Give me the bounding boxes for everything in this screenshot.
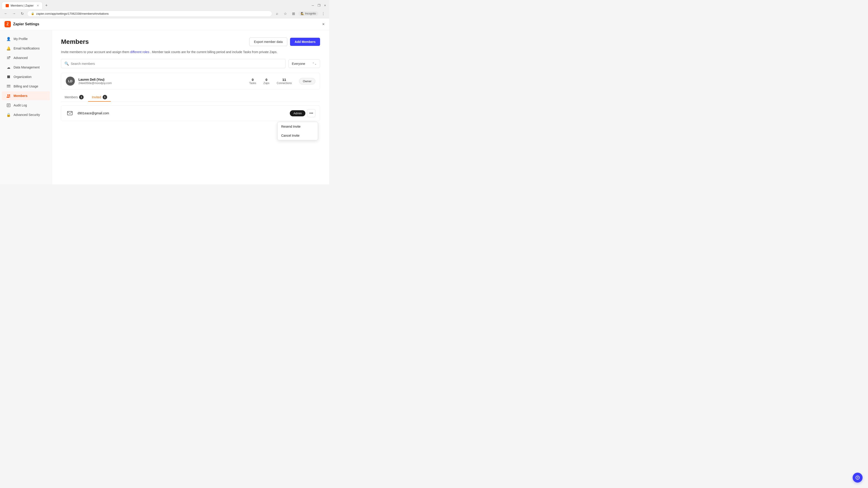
app-title: Zapier Settings	[13, 22, 39, 26]
bookmark-btn[interactable]: ☆	[282, 10, 288, 17]
tasks-label: Tasks	[249, 82, 256, 85]
tab-members[interactable]: Members 1	[61, 93, 87, 102]
member-name: Lauren Deli (You)	[79, 78, 249, 81]
back-button[interactable]: ←	[3, 10, 9, 17]
sidebar-item-advanced-security[interactable]: 🔒 Advanced Security	[2, 110, 50, 119]
member-avatar-ld: LD	[66, 76, 75, 86]
svg-rect-5	[7, 85, 10, 86]
owner-member-row: LD Lauren Deli (You) 24ee050e@moodjoy.co…	[61, 73, 320, 90]
email-icon	[66, 109, 74, 117]
sidebar: 👤 My Profile 🔔 Email Notifications	[0, 30, 52, 184]
member-info: Lauren Deli (You) 24ee050e@moodjoy.com	[79, 78, 249, 85]
sidebar-label-advanced-security: Advanced Security	[13, 113, 40, 117]
billing-icon	[6, 84, 11, 89]
filter-select[interactable]: Everyone ⌃⌄	[288, 59, 320, 68]
chevron-icon: ⌃⌄	[312, 62, 317, 65]
tab-close-btn[interactable]: ×	[37, 4, 39, 7]
svg-rect-8	[7, 87, 10, 88]
export-button[interactable]: Export member data	[249, 37, 287, 46]
app-logo: Z Zapier Settings	[4, 21, 39, 27]
logo-icon: Z	[4, 21, 11, 27]
more-options-button[interactable]: •••	[307, 109, 315, 117]
tab-invited[interactable]: Invited 1	[88, 93, 111, 102]
page-header: Members Export member data Add Members	[61, 37, 320, 46]
search-box[interactable]: 🔍	[61, 59, 286, 68]
page-title: Members	[61, 38, 89, 45]
svg-rect-4	[7, 75, 10, 78]
connections-value: 11	[277, 78, 292, 82]
search-browser-btn[interactable]: ⌕	[274, 10, 280, 17]
sidebar-item-advanced[interactable]: Advanced	[2, 53, 50, 62]
admin-role-badge: Admin	[290, 110, 305, 116]
member-email: 24ee050e@moodjoy.com	[79, 81, 249, 85]
audit-icon	[6, 103, 11, 107]
app-header: Z Zapier Settings ×	[0, 18, 329, 30]
sidebar-item-organization[interactable]: Organization	[2, 72, 50, 81]
svg-point-10	[9, 94, 10, 96]
tab-invited-label: Invited	[92, 95, 101, 99]
member-stats: 0 Tasks 0 Zaps 11 Connections	[249, 78, 292, 85]
header-close-button[interactable]: ×	[322, 22, 324, 27]
owner-role-badge: Owner	[299, 78, 315, 85]
sidebar-label-data-management: Data Management	[13, 66, 39, 69]
connections-label: Connections	[277, 82, 292, 85]
tab-members-label: Members	[65, 95, 78, 99]
tasks-stat: 0 Tasks	[249, 78, 256, 85]
svg-point-9	[7, 94, 8, 96]
new-tab-button[interactable]: +	[43, 2, 50, 9]
svg-rect-6	[7, 86, 10, 86]
connections-stat: 11 Connections	[277, 78, 292, 85]
main-content: Members Export member data Add Members I…	[52, 30, 329, 184]
sidebar-label-billing: Billing and Usage	[13, 85, 38, 88]
bell-icon: 🔔	[6, 46, 11, 51]
different-roles-link[interactable]: different roles	[130, 50, 149, 54]
search-icon: 🔍	[64, 61, 69, 66]
profile-icon: 👤	[6, 37, 11, 41]
sidebar-item-billing[interactable]: Billing and Usage	[2, 82, 50, 91]
sidebar-label-email-notifications: Email Notifications	[13, 46, 39, 50]
sidebar-item-audit-log[interactable]: Audit Log	[2, 101, 50, 110]
browser-tab[interactable]: Members | Zapier ×	[2, 2, 42, 9]
tab-invited-badge: 1	[103, 95, 107, 99]
tabs-row: Members 1 Invited 1	[61, 93, 320, 102]
cancel-invite-item[interactable]: Cancel Invite	[278, 131, 318, 140]
tasks-value: 0	[249, 78, 256, 82]
maximize-button[interactable]: ❐	[316, 4, 322, 7]
more-browser-btn[interactable]: ⋮	[320, 10, 327, 17]
sidebar-label-my-profile: My Profile	[13, 37, 28, 41]
sidebar-item-my-profile[interactable]: 👤 My Profile	[2, 34, 50, 43]
svg-rect-7	[7, 87, 10, 87]
filter-label: Everyone	[292, 62, 305, 66]
close-window-button[interactable]: ×	[323, 4, 327, 7]
sidebar-item-email-notifications[interactable]: 🔔 Email Notifications	[2, 44, 50, 53]
invited-member-row: d901eace@gmail.com Admin ••• Resend Invi…	[61, 105, 320, 121]
incognito-badge: 🕵 Incognito	[298, 11, 318, 16]
tab-favicon	[6, 4, 9, 7]
sidebar-label-audit-log: Audit Log	[13, 103, 27, 107]
extensions-btn[interactable]: ⊞	[290, 10, 297, 17]
zaps-value: 0	[264, 78, 270, 82]
tab-members-badge: 1	[79, 95, 84, 99]
members-icon	[6, 94, 11, 98]
sidebar-item-members[interactable]: Members	[2, 91, 50, 100]
tab-title: Members | Zapier	[11, 4, 34, 7]
zaps-stat: 0 Zaps	[264, 78, 270, 85]
header-buttons: Export member data Add Members	[249, 37, 320, 46]
address-bar[interactable]: 🔒 zapier.com/app/settings/17062338/membe…	[27, 11, 272, 17]
refresh-button[interactable]: ↻	[19, 10, 25, 17]
org-icon	[6, 74, 11, 79]
dropdown-menu: Resend Invite Cancel Invite	[277, 122, 318, 140]
sidebar-label-organization: Organization	[13, 75, 31, 78]
resend-invite-item[interactable]: Resend Invite	[278, 122, 318, 131]
sidebar-label-members: Members	[13, 94, 27, 98]
lock-icon: 🔒	[31, 12, 34, 15]
zaps-label: Zaps	[264, 82, 270, 85]
forward-button[interactable]: →	[11, 10, 17, 17]
sidebar-label-advanced: Advanced	[13, 56, 28, 60]
minimize-button[interactable]: ─	[310, 4, 315, 7]
search-input[interactable]	[71, 62, 282, 66]
sidebar-item-data-management[interactable]: ☁ Data Management	[2, 63, 50, 72]
search-filter-row: 🔍 Everyone ⌃⌄	[61, 59, 320, 68]
add-members-button[interactable]: Add Members	[290, 38, 320, 46]
incognito-icon: 🕵	[301, 12, 304, 15]
